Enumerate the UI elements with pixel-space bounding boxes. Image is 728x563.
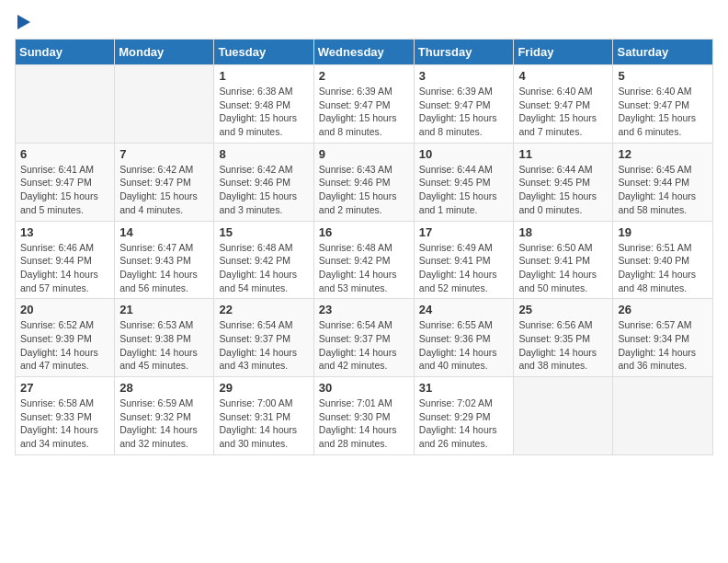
- calendar-cell: 23 Sunrise: 6:54 AM Sunset: 9:37 PM Dayl…: [313, 299, 414, 377]
- calendar-table: SundayMondayTuesdayWednesdayThursdayFrid…: [15, 39, 713, 455]
- day-info: Sunrise: 6:44 AM Sunset: 9:45 PM Dayligh…: [419, 163, 509, 217]
- sunrise-text: Sunrise: 6:39 AM: [419, 86, 493, 97]
- calendar-cell: [613, 377, 713, 455]
- sunset-text: Sunset: 9:36 PM: [419, 333, 491, 344]
- sunrise-text: Sunrise: 6:57 AM: [618, 319, 691, 330]
- sunset-text: Sunset: 9:47 PM: [518, 99, 590, 110]
- sunrise-text: Sunrise: 6:58 AM: [20, 397, 94, 408]
- day-number: 18: [518, 225, 608, 239]
- calendar-week-row: 27 Sunrise: 6:58 AM Sunset: 9:33 PM Dayl…: [16, 377, 713, 455]
- sunset-text: Sunset: 9:29 PM: [419, 411, 491, 422]
- calendar-cell: 13 Sunrise: 6:46 AM Sunset: 9:44 PM Dayl…: [16, 221, 115, 299]
- day-number: 6: [20, 147, 109, 161]
- calendar-cell: 14 Sunrise: 6:47 AM Sunset: 9:43 PM Dayl…: [115, 221, 214, 299]
- calendar-cell: [115, 65, 214, 144]
- day-info: Sunrise: 6:57 AM Sunset: 9:34 PM Dayligh…: [618, 318, 708, 373]
- calendar-cell: 31 Sunrise: 7:02 AM Sunset: 9:29 PM Dayl…: [414, 377, 514, 455]
- day-info: Sunrise: 6:38 AM Sunset: 9:48 PM Dayligh…: [219, 85, 308, 139]
- daylight-text: Daylight: 14 hours and 36 minutes.: [618, 347, 696, 372]
- day-info: Sunrise: 6:54 AM Sunset: 9:37 PM Dayligh…: [219, 318, 308, 373]
- day-info: Sunrise: 6:39 AM Sunset: 9:47 PM Dayligh…: [419, 85, 509, 139]
- calendar-header-sunday: Sunday: [16, 40, 115, 65]
- calendar-cell: 17 Sunrise: 6:49 AM Sunset: 9:41 PM Dayl…: [414, 221, 514, 299]
- calendar-cell: 12 Sunrise: 6:45 AM Sunset: 9:44 PM Dayl…: [613, 143, 713, 221]
- daylight-text: Daylight: 15 hours and 5 minutes.: [20, 190, 98, 215]
- day-info: Sunrise: 6:51 AM Sunset: 9:40 PM Dayligh…: [618, 241, 708, 295]
- calendar-cell: 10 Sunrise: 6:44 AM Sunset: 9:45 PM Dayl…: [414, 143, 514, 221]
- sunset-text: Sunset: 9:45 PM: [419, 177, 491, 188]
- sunset-text: Sunset: 9:34 PM: [618, 333, 689, 344]
- page-header: [15, 15, 713, 29]
- day-number: 3: [419, 69, 509, 83]
- calendar-cell: 20 Sunrise: 6:52 AM Sunset: 9:39 PM Dayl…: [16, 299, 115, 377]
- daylight-text: Daylight: 15 hours and 2 minutes.: [319, 190, 397, 215]
- sunset-text: Sunset: 9:40 PM: [618, 255, 689, 266]
- sunset-text: Sunset: 9:47 PM: [419, 99, 491, 110]
- calendar-cell: 25 Sunrise: 6:56 AM Sunset: 9:35 PM Dayl…: [514, 299, 613, 377]
- calendar-cell: 5 Sunrise: 6:40 AM Sunset: 9:47 PM Dayli…: [613, 65, 713, 144]
- day-info: Sunrise: 7:01 AM Sunset: 9:30 PM Dayligh…: [319, 396, 409, 451]
- sunset-text: Sunset: 9:38 PM: [119, 333, 191, 344]
- day-number: 8: [219, 147, 308, 161]
- day-number: 23: [319, 303, 409, 316]
- sunrise-text: Sunrise: 6:54 AM: [319, 319, 392, 330]
- daylight-text: Daylight: 15 hours and 7 minutes.: [518, 112, 597, 137]
- calendar-week-row: 13 Sunrise: 6:46 AM Sunset: 9:44 PM Dayl…: [16, 221, 713, 299]
- day-info: Sunrise: 6:53 AM Sunset: 9:38 PM Dayligh…: [119, 318, 209, 373]
- daylight-text: Daylight: 14 hours and 52 minutes.: [419, 269, 497, 293]
- sunset-text: Sunset: 9:42 PM: [219, 255, 290, 266]
- calendar-cell: 26 Sunrise: 6:57 AM Sunset: 9:34 PM Dayl…: [613, 299, 713, 377]
- logo-arrow-icon: [17, 15, 30, 29]
- calendar-cell: 28 Sunrise: 6:59 AM Sunset: 9:32 PM Dayl…: [115, 377, 214, 455]
- daylight-text: Daylight: 14 hours and 38 minutes.: [518, 347, 597, 372]
- logo: [15, 15, 30, 29]
- day-info: Sunrise: 6:40 AM Sunset: 9:47 PM Dayligh…: [618, 85, 708, 139]
- calendar-cell: 27 Sunrise: 6:58 AM Sunset: 9:33 PM Dayl…: [16, 377, 115, 455]
- sunrise-text: Sunrise: 6:42 AM: [219, 164, 292, 175]
- sunset-text: Sunset: 9:30 PM: [319, 411, 391, 422]
- day-info: Sunrise: 6:45 AM Sunset: 9:44 PM Dayligh…: [618, 163, 708, 217]
- day-number: 28: [119, 381, 209, 395]
- sunrise-text: Sunrise: 6:59 AM: [119, 397, 193, 408]
- sunrise-text: Sunrise: 6:54 AM: [219, 319, 292, 330]
- sunset-text: Sunset: 9:37 PM: [219, 333, 290, 344]
- day-number: 2: [319, 69, 409, 83]
- day-number: 19: [618, 225, 708, 239]
- sunrise-text: Sunrise: 7:01 AM: [319, 397, 392, 408]
- daylight-text: Daylight: 15 hours and 1 minute.: [419, 190, 497, 215]
- daylight-text: Daylight: 14 hours and 43 minutes.: [219, 347, 297, 372]
- sunrise-text: Sunrise: 6:43 AM: [319, 164, 392, 175]
- calendar-cell: 21 Sunrise: 6:53 AM Sunset: 9:38 PM Dayl…: [115, 299, 214, 377]
- day-info: Sunrise: 6:44 AM Sunset: 9:45 PM Dayligh…: [518, 163, 608, 217]
- day-info: Sunrise: 7:00 AM Sunset: 9:31 PM Dayligh…: [219, 396, 308, 451]
- day-info: Sunrise: 6:42 AM Sunset: 9:47 PM Dayligh…: [119, 163, 209, 217]
- calendar-cell: 11 Sunrise: 6:44 AM Sunset: 9:45 PM Dayl…: [514, 143, 613, 221]
- calendar-week-row: 1 Sunrise: 6:38 AM Sunset: 9:48 PM Dayli…: [16, 65, 713, 144]
- calendar-header-tuesday: Tuesday: [214, 40, 313, 65]
- day-info: Sunrise: 6:46 AM Sunset: 9:44 PM Dayligh…: [20, 241, 109, 295]
- day-number: 24: [419, 303, 509, 316]
- calendar-cell: 16 Sunrise: 6:48 AM Sunset: 9:42 PM Dayl…: [313, 221, 414, 299]
- calendar-header-row: SundayMondayTuesdayWednesdayThursdayFrid…: [16, 40, 713, 65]
- calendar-cell: 4 Sunrise: 6:40 AM Sunset: 9:47 PM Dayli…: [514, 65, 613, 144]
- day-number: 11: [518, 147, 608, 161]
- sunset-text: Sunset: 9:44 PM: [618, 177, 689, 188]
- day-info: Sunrise: 7:02 AM Sunset: 9:29 PM Dayligh…: [419, 396, 509, 451]
- sunrise-text: Sunrise: 6:47 AM: [119, 242, 193, 253]
- day-number: 5: [618, 69, 708, 83]
- daylight-text: Daylight: 14 hours and 40 minutes.: [419, 347, 497, 372]
- sunrise-text: Sunrise: 6:40 AM: [518, 86, 592, 97]
- sunset-text: Sunset: 9:32 PM: [119, 411, 191, 422]
- daylight-text: Daylight: 14 hours and 28 minutes.: [319, 424, 397, 449]
- day-info: Sunrise: 6:59 AM Sunset: 9:32 PM Dayligh…: [119, 396, 209, 451]
- sunset-text: Sunset: 9:33 PM: [20, 411, 92, 422]
- day-number: 29: [219, 381, 308, 395]
- sunrise-text: Sunrise: 6:50 AM: [518, 242, 592, 253]
- day-number: 31: [419, 381, 509, 395]
- sunrise-text: Sunrise: 6:42 AM: [119, 164, 193, 175]
- sunset-text: Sunset: 9:35 PM: [518, 333, 590, 344]
- daylight-text: Daylight: 14 hours and 58 minutes.: [618, 190, 696, 215]
- daylight-text: Daylight: 15 hours and 6 minutes.: [618, 112, 696, 137]
- day-info: Sunrise: 6:41 AM Sunset: 9:47 PM Dayligh…: [20, 163, 109, 217]
- day-info: Sunrise: 6:54 AM Sunset: 9:37 PM Dayligh…: [319, 318, 409, 373]
